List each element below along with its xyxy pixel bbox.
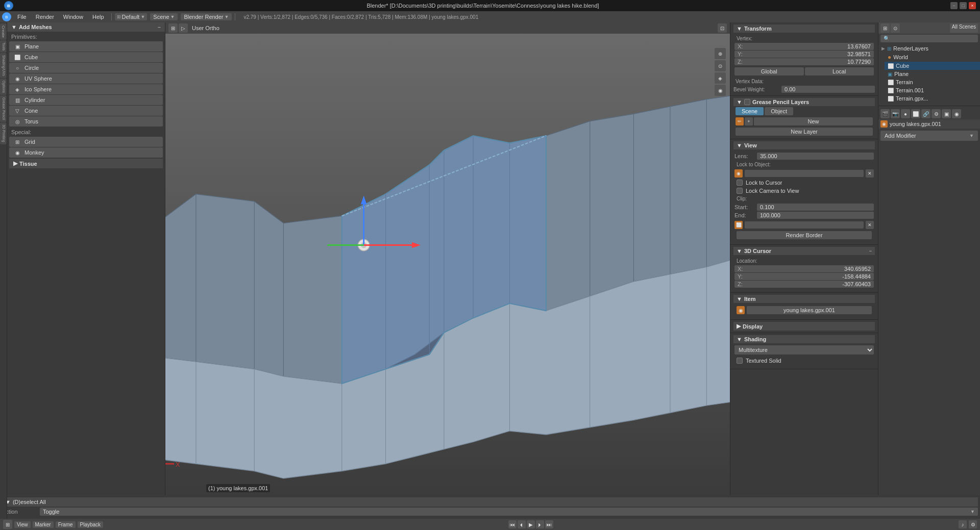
outliner-renderlayers[interactable]: ▶ ⊞ RenderLayers — [878, 44, 980, 53]
screen-layout-selector[interactable]: ⊞ Default ▼ — [115, 13, 148, 20]
outliner-search-bar[interactable]: 🔍 — [880, 35, 978, 42]
item-name-btn[interactable]: young lakes.gpx.001 — [747, 306, 872, 314]
props-material-icon[interactable]: ◉ — [952, 109, 961, 118]
status-next-frame[interactable]: ⏵ — [536, 520, 544, 528]
display-header[interactable]: ▶ Display — [733, 322, 875, 331]
viewport-overlay-btn2[interactable]: ⊙ — [715, 60, 726, 71]
tab-tools[interactable]: Tools — [0, 40, 7, 53]
cursor-z-field[interactable]: Z: -307.60403 — [734, 281, 874, 288]
menu-render[interactable]: Render — [32, 13, 58, 21]
cursor-x-field[interactable]: X: 340.65952 — [734, 265, 874, 272]
outliner-icon1[interactable]: ⊞ — [880, 23, 890, 33]
transform-header[interactable]: ▼ Transform — [733, 24, 875, 33]
outliner-icon2[interactable]: ⊙ — [891, 23, 900, 33]
lens-field[interactable]: 35.000 — [757, 153, 874, 160]
mesh-cylinder-btn[interactable]: ▥ Cylinder — [9, 95, 163, 105]
cursor-3d-header[interactable]: ▼ 3D Cursor − — [733, 247, 875, 255]
lock-cursor-checkbox[interactable] — [737, 180, 743, 186]
props-constraint-icon[interactable]: 🔗 — [921, 109, 930, 118]
status-icon[interactable]: ⊞ — [3, 520, 12, 529]
scene-tab[interactable]: Scene — [736, 107, 764, 115]
mesh-circle-btn[interactable]: ○ Circle — [9, 63, 163, 73]
status-playback-btn[interactable]: Playback — [78, 521, 104, 528]
scenes-tab[interactable]: All Scenes — [950, 23, 978, 33]
props-modifier-icon[interactable]: ⚙ — [932, 109, 941, 118]
menu-file[interactable]: File — [13, 13, 31, 21]
tab-options[interactable]: Options — [0, 79, 7, 95]
gp-checkbox[interactable] — [744, 99, 750, 105]
lock-object-field[interactable] — [745, 170, 864, 177]
viewport-overlay-btn4[interactable]: ◉ — [715, 85, 726, 96]
add-modifier-btn[interactable]: Add Modifier ▼ — [880, 131, 978, 141]
mesh-cube-btn[interactable]: ⬜ Cube — [9, 52, 163, 62]
deselect-header[interactable]: ▼ (D)eselect All — [7, 497, 165, 507]
lock-obj-clear[interactable]: ✕ — [866, 169, 874, 178]
viewport[interactable]: ⊞ ▷ User Ortho ⊡ — [165, 22, 730, 519]
view-header[interactable]: ▼ View — [733, 141, 875, 149]
render-border-icon[interactable]: ⬜ — [734, 221, 743, 229]
viewport-overlay-btn1[interactable]: ⊕ — [715, 48, 726, 59]
maximize-button[interactable]: □ — [960, 2, 967, 9]
status-skip-end[interactable]: ⏭ — [545, 520, 553, 528]
status-audio[interactable]: ♪ — [959, 520, 967, 528]
status-play[interactable]: ▶ — [527, 520, 535, 528]
action-toggle-select[interactable]: Toggle ▼ — [40, 508, 165, 516]
viewport-icon2[interactable]: ▷ — [179, 23, 188, 33]
outliner-terrain[interactable]: ⬜ Terrain — [885, 78, 980, 86]
mesh-cone-btn[interactable]: ▽ Cone — [9, 106, 163, 116]
local-btn[interactable]: Local — [805, 67, 874, 75]
shading-dropdown[interactable]: Multitexture GLSL Solid — [734, 345, 874, 355]
outliner-world[interactable]: ● World — [885, 53, 980, 62]
status-view-btn[interactable]: View — [14, 521, 31, 528]
status-marker-btn[interactable]: Marker — [33, 521, 54, 528]
lock-camera-checkbox[interactable] — [737, 188, 743, 194]
viewport-icon1[interactable]: ⊞ — [168, 23, 178, 33]
status-settings[interactable]: ⚙ — [969, 520, 977, 528]
outliner-plane[interactable]: ▣ Plane — [885, 70, 980, 78]
clip-end-field[interactable]: 100.000 — [757, 212, 874, 219]
global-btn[interactable]: Global — [734, 67, 804, 75]
mesh-uvsphere-btn[interactable]: ◉ UV Sphere — [9, 73, 163, 84]
close-button[interactable]: × — [969, 2, 976, 9]
props-world-icon[interactable]: ● — [901, 109, 910, 118]
outliner-terrain001[interactable]: ⬜ Terrain.001 — [885, 86, 980, 94]
status-prev-frame[interactable]: ⏴ — [518, 520, 526, 528]
renderer-selector[interactable]: Blender Render ▼ — [181, 13, 232, 20]
clip-start-field[interactable]: 0.100 — [757, 204, 874, 211]
viewport-canvas[interactable]: X Y Z ⊕ ⊙ ◈ ◉ (1) young lakes.gpx.001 — [165, 34, 730, 508]
tissue-header[interactable]: ▶ Tissue — [9, 159, 163, 168]
status-frame-btn[interactable]: Frame — [56, 521, 76, 528]
viewport-fullscreen[interactable]: ⊡ — [718, 23, 727, 33]
props-object-icon[interactable]: ⬜ — [911, 109, 920, 118]
vertex-y-field[interactable]: Y: 32.98571 — [734, 51, 874, 58]
item-header[interactable]: ▼ Item — [733, 295, 875, 303]
scene-selector[interactable]: Scene ▼ — [150, 13, 178, 20]
cursor-y-field[interactable]: Y: -158.44884 — [734, 273, 874, 280]
lock-object-icon[interactable]: ◉ — [734, 169, 743, 178]
render-border-clear[interactable]: ✕ — [866, 221, 874, 229]
vertex-x-field[interactable]: X: 13.67607 — [734, 43, 874, 50]
object-tab[interactable]: Object — [765, 107, 793, 115]
props-scene-icon[interactable]: 🎬 — [880, 109, 890, 118]
viewport-overlay-btn3[interactable]: ◈ — [715, 72, 726, 84]
minimize-button[interactable]: − — [950, 2, 958, 9]
props-data-icon[interactable]: ▣ — [942, 109, 951, 118]
tab-grease[interactable]: Grease Pencil — [0, 95, 7, 122]
mesh-grid-btn[interactable]: ⊞ Grid — [9, 137, 163, 147]
mesh-monkey-btn[interactable]: ◉ Monkey — [9, 147, 163, 158]
props-render-icon[interactable]: 📷 — [891, 109, 900, 118]
grease-pencil-header[interactable]: ▼ Grease Pencil Layers — [733, 98, 875, 106]
tab-3d-printing[interactable]: 3D Printing — [0, 122, 7, 144]
status-skip-start[interactable]: ⏮ — [508, 520, 517, 528]
new-layer-btn[interactable]: New Layer — [736, 128, 873, 136]
gp-pencil-icon[interactable]: ✏ — [736, 117, 744, 125]
menu-window[interactable]: Window — [59, 13, 87, 21]
mesh-icosphere-btn[interactable]: ◈ Ico Sphere — [9, 84, 163, 94]
bevel-value-field[interactable]: 0.00 — [781, 86, 875, 93]
vertex-z-field[interactable]: Z: 10.77290 — [734, 58, 874, 65]
cursor-collapse[interactable]: − — [869, 248, 872, 254]
item-icon[interactable]: ◉ — [737, 306, 745, 314]
mesh-torus-btn[interactable]: ◎ Torus — [9, 116, 163, 127]
shading-header[interactable]: ▼ Shading — [733, 335, 875, 343]
tab-create[interactable]: Create — [0, 23, 7, 40]
